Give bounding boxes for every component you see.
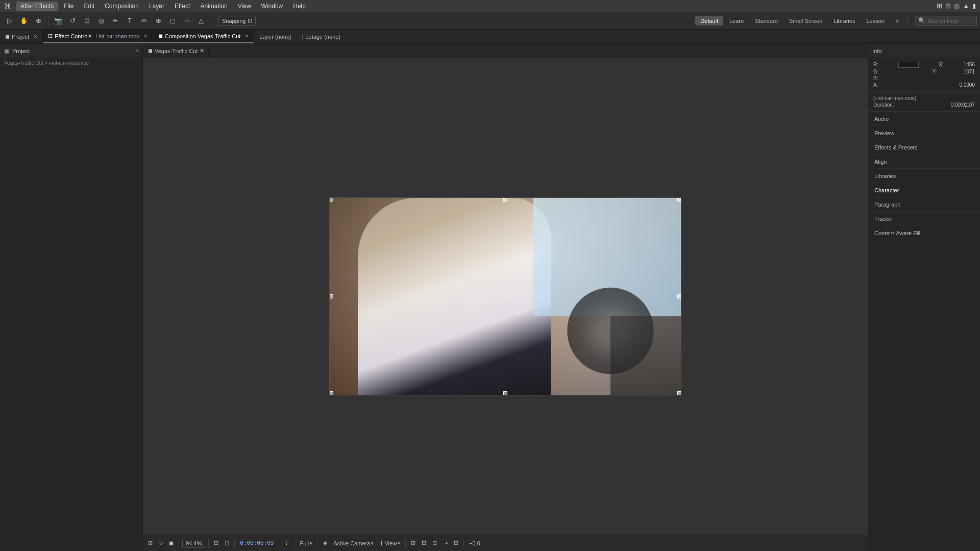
panel-row: ◼ Project ✕ ⊡ Effect Controls i-int-car-…	[0, 30, 980, 44]
vc-sep-7	[405, 539, 406, 548]
vc-quality-btn[interactable]: Full	[298, 539, 314, 547]
menu-item-aftereffects[interactable]: After Effects	[16, 2, 58, 11]
rp-item-tracker[interactable]: Tracker	[868, 212, 980, 226]
menu-item-animation[interactable]: Animation	[196, 2, 231, 11]
menu-item-effect[interactable]: Effect	[170, 2, 194, 11]
rp-audio-label: Audio	[874, 116, 889, 122]
menu-item-file[interactable]: File	[60, 2, 78, 11]
rp-item-preview[interactable]: Preview	[868, 126, 980, 140]
menu-item-layer[interactable]: Layer	[145, 2, 168, 11]
workspace-lesson[interactable]: Lesson	[861, 16, 889, 26]
workspace-learn[interactable]: Learn	[724, 16, 749, 26]
comp-tab-vegas-close[interactable]: ✕	[200, 47, 204, 54]
orbit-tool-btn[interactable]: ↺	[66, 14, 79, 28]
project-tab-label: Project	[12, 34, 29, 40]
zoom-tool-btn[interactable]: ⊕	[32, 14, 45, 28]
system-icon-1: ⊞	[937, 2, 942, 10]
panel-tab-project[interactable]: ◼ Project ✕	[0, 30, 43, 43]
effect-controls-icon: ⊡	[48, 33, 53, 39]
workspace-more[interactable]: »	[891, 16, 904, 26]
vc-icon-btn-2[interactable]: ▷	[157, 539, 165, 547]
text-tool-btn[interactable]: T	[123, 14, 136, 28]
vc-icon-btn-8[interactable]: ⊞	[409, 539, 418, 547]
handle-top-right[interactable]	[677, 197, 681, 202]
menu-item-edit[interactable]: Edit	[80, 2, 99, 11]
rp-item-paragraph[interactable]: Paragraph	[868, 197, 980, 212]
scene-door	[610, 316, 681, 395]
rp-item-libraries[interactable]: Libraries	[868, 169, 980, 183]
vc-icon-btn-4[interactable]: ⊡	[212, 539, 220, 547]
viewport-controls: ⊞ ▷ ◼ 94.4% ⊡ ◻ 0:00:06:09 ⊹ Full ◈ Acti…	[143, 535, 868, 551]
handle-bottom-mid[interactable]	[503, 391, 507, 395]
menu-item-view[interactable]: View	[234, 2, 255, 11]
effect-controls-label: Effect Controls	[55, 33, 91, 39]
rp-item-effects-presets[interactable]: Effects & Presets	[868, 140, 980, 155]
workspace-default[interactable]: Default	[695, 16, 723, 26]
shape-tool-btn[interactable]: △	[194, 14, 208, 28]
comp-tab-close[interactable]: ✕	[244, 33, 249, 39]
info-y-label: Y:	[932, 69, 937, 74]
menu-item-help[interactable]: Help	[289, 2, 310, 11]
workspace-libraries[interactable]: Libraries	[828, 16, 860, 26]
vc-icon-btn-7[interactable]: ◈	[321, 539, 329, 547]
panel-tab-layer[interactable]: Layer (none)	[254, 30, 297, 43]
vc-icon-btn-11[interactable]: ⊸	[441, 539, 450, 547]
panel-tab-composition[interactable]: ◼ Composition Vegas-Traffic Cut ✕	[153, 30, 255, 43]
camera-tool-btn[interactable]: 📷	[52, 14, 65, 28]
pen-tool-btn[interactable]: ✒	[109, 14, 122, 28]
handle-mid-right[interactable]	[677, 294, 681, 298]
rp-item-align[interactable]: Align	[868, 155, 980, 169]
apple-icon[interactable]: ⌘	[4, 2, 11, 10]
workspace-small-screen[interactable]: Small Screen	[784, 16, 827, 26]
vc-icon-btn-9[interactable]: ⊟	[420, 539, 428, 547]
vc-icon-btn-6[interactable]: ⊹	[282, 539, 291, 547]
eraser-tool-btn[interactable]: ◻	[166, 14, 179, 28]
hand-tool-btn[interactable]: ✋	[17, 14, 31, 28]
search-box[interactable]: 🔍	[915, 16, 977, 26]
vc-camera-btn[interactable]: Active Camera	[331, 539, 376, 547]
rp-tracker-label: Tracker	[874, 216, 893, 222]
handle-mid-left[interactable]	[329, 294, 333, 298]
panel-tab-effect-controls[interactable]: ⊡ Effect Controls i-int-car-man.mov ✕	[43, 30, 153, 43]
vc-view-btn[interactable]: 1 View	[378, 539, 402, 547]
vc-icon-btn-5[interactable]: ◻	[223, 539, 231, 547]
vc-sep-8	[463, 539, 464, 548]
vc-icon-btn-10[interactable]: ⊡	[430, 539, 439, 547]
menu-item-window[interactable]: Window	[257, 2, 287, 11]
clone-tool-btn[interactable]: ⊕	[152, 14, 165, 28]
main-layout: ◼ Project ≡ Vegas-Traffic Cut > i-int-ca…	[0, 44, 980, 551]
project-content	[0, 68, 142, 551]
handle-top-left[interactable]	[329, 197, 333, 202]
info-y-val: 1071	[964, 69, 975, 74]
vc-icon-btn-3[interactable]: ◼	[167, 539, 176, 547]
rp-item-audio[interactable]: Audio	[868, 112, 980, 126]
vc-zoom-display[interactable]: 94.4%	[182, 539, 205, 548]
rp-content-aware-fill-label: Content-Aware Fill	[874, 230, 920, 236]
tool3[interactable]: ⊡	[80, 14, 93, 28]
panel-tab-footage[interactable]: Footage (none)	[297, 30, 346, 43]
effect-controls-close[interactable]: ✕	[143, 33, 148, 39]
tool4[interactable]: ◎	[94, 14, 108, 28]
comp-tab-vegas[interactable]: ◼ Vegas-Traffic Cut ✕	[143, 44, 210, 58]
search-icon: 🔍	[918, 17, 925, 24]
info-a-label: A:	[873, 82, 878, 88]
rp-align-label: Align	[874, 159, 887, 165]
project-breadcrumb: Vegas-Traffic Cut > i-int-car-man.mov	[0, 58, 142, 68]
handle-top-mid[interactable]	[503, 197, 507, 202]
project-tab-close[interactable]: ✕	[33, 34, 37, 39]
handle-bottom-right[interactable]	[677, 391, 681, 395]
menu-item-composition[interactable]: Composition	[101, 2, 143, 11]
workspace-standard[interactable]: Standard	[750, 16, 783, 26]
handle-bottom-left[interactable]	[329, 391, 333, 395]
left-panel-header: ◼ Project ≡	[0, 44, 142, 58]
left-panel-expand[interactable]: ≡	[135, 48, 138, 54]
rp-item-character[interactable]: Character	[868, 183, 980, 197]
brush-tool-btn[interactable]: ✏	[137, 14, 151, 28]
vc-icon-btn-1[interactable]: ⊞	[146, 539, 155, 547]
search-input[interactable]	[927, 18, 973, 24]
snapping-toggle[interactable]: Snapping ⊡	[218, 16, 256, 26]
arrow-tool-btn[interactable]: ▷	[3, 14, 16, 28]
vc-icon-btn-12[interactable]: ⊡	[452, 539, 460, 547]
puppet-tool-btn[interactable]: ⊹	[180, 14, 193, 28]
rp-item-content-aware-fill[interactable]: Content-Aware Fill	[868, 226, 980, 240]
